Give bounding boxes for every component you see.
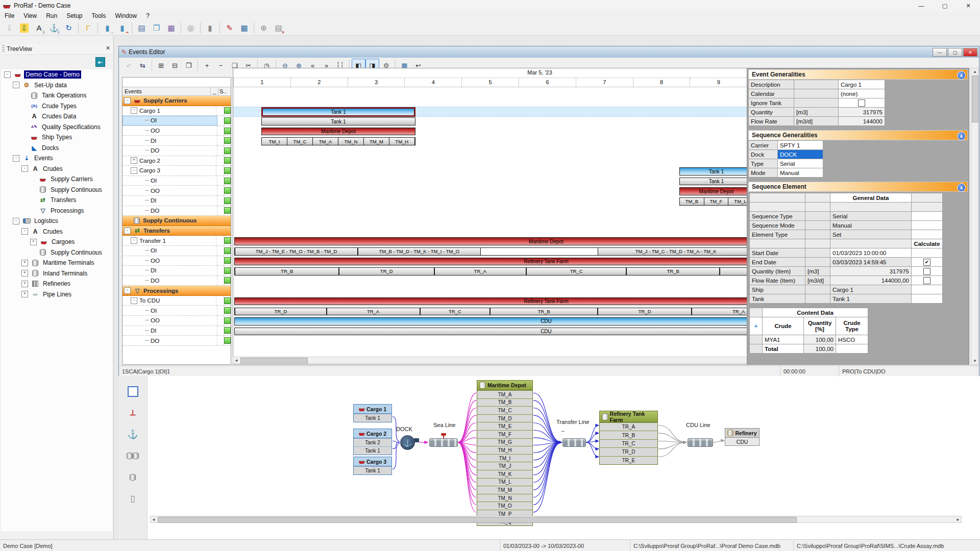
- status-ok-indicator[interactable]: [224, 317, 231, 324]
- collapse-section-icon[interactable]: ∧: [957, 183, 966, 192]
- event-row-transfer-1[interactable]: -Transfer 1: [122, 236, 231, 246]
- tree-item-cargoes[interactable]: +Cargoes: [1, 237, 112, 247]
- segment-tm-n[interactable]: TM_N: [338, 138, 364, 145]
- tank-row-tm-b[interactable]: TM_B: [477, 398, 532, 407]
- menu-file[interactable]: File: [0, 12, 19, 20]
- tank-row-tr-d[interactable]: TR_D: [600, 447, 657, 456]
- transfer-line-pipe[interactable]: [562, 438, 586, 447]
- tree-expander-icon[interactable]: +: [21, 260, 28, 266]
- editor-restore-button[interactable]: ▢: [948, 48, 962, 57]
- status-ok-indicator[interactable]: [224, 327, 231, 334]
- field-value[interactable]: Tank 1: [830, 294, 912, 304]
- gantt-bar-segments[interactable]: TM_ITM_CTM_ATM_NTM_MTM_H: [261, 137, 415, 145]
- update-clock-button[interactable]: ↻: [61, 21, 76, 35]
- remove-sequence-button[interactable]: −: [214, 59, 228, 72]
- event-row-do[interactable]: DO: [122, 336, 231, 346]
- tree-item-events[interactable]: -⇣Events: [1, 153, 112, 164]
- quantity-cell[interactable]: 100,00: [804, 335, 836, 344]
- tank-row-tm-a[interactable]: TM_A: [477, 390, 532, 398]
- gantt-bar-maritime-depot[interactable]: Maritime Depot: [261, 128, 415, 136]
- crude-type-cell[interactable]: HSCO: [836, 335, 868, 344]
- tree-expander-icon[interactable]: -: [21, 165, 28, 172]
- events-editor-titlebar[interactable]: ✎ Events Editor — ▢ ✕: [119, 46, 979, 58]
- calc-cell[interactable]: [912, 267, 943, 276]
- segment-tr-d[interactable]: TR_D: [235, 308, 326, 315]
- status-ok-indicator[interactable]: [224, 157, 231, 164]
- tank-row-tm-g[interactable]: TM_G: [477, 438, 532, 446]
- status-ok-indicator[interactable]: [224, 107, 231, 114]
- tree-item-refineries[interactable]: +Refineries: [1, 279, 112, 289]
- tree-expander-icon[interactable]: +: [21, 281, 28, 287]
- tree-item-docks[interactable]: ◣Docks: [1, 143, 112, 154]
- add-sequence-button[interactable]: +: [200, 59, 214, 72]
- event-row-oi[interactable]: OI: [122, 176, 231, 186]
- status-ok-indicator[interactable]: [224, 187, 231, 194]
- copy-database-button[interactable]: ▮→: [100, 21, 115, 35]
- field-value[interactable]: 144000,00: [830, 276, 912, 285]
- status-ok-indicator[interactable]: [224, 277, 231, 284]
- event-row-cargo-1[interactable]: -Cargo 1: [122, 106, 231, 116]
- crude-cell[interactable]: MYA1: [763, 335, 804, 344]
- group-expander-icon[interactable]: -: [124, 97, 131, 104]
- import-crudes-button[interactable]: A⇩: [32, 21, 46, 35]
- refinery-tank-farm-table[interactable]: Refinery Tank FarmTR_ATR_BTR_CTR_DTR_E: [599, 411, 658, 465]
- segment-tm-f[interactable]: TM_F: [704, 198, 729, 205]
- field-value[interactable]: Set: [830, 230, 912, 239]
- grid-editor-button[interactable]: ▦: [237, 21, 252, 35]
- tank-row-tm-k[interactable]: TM_K: [477, 470, 532, 478]
- event-row-oo[interactable]: OO: [122, 126, 231, 136]
- tree-item-crude-types[interactable]: {A}Crude Types: [1, 101, 112, 112]
- sequence-generalities-header[interactable]: Sequence Generalities ∧: [748, 130, 968, 140]
- tank-row-tr-c[interactable]: TR_C: [600, 439, 657, 447]
- segment-tr-b[interactable]: TR_B: [235, 268, 339, 275]
- event-row-do[interactable]: DO: [122, 206, 231, 216]
- collapse-section-icon[interactable]: ∧: [957, 71, 966, 80]
- tree-item-demo-case-demo[interactable]: -Demo Case - Demo: [1, 69, 112, 80]
- events-editor-button[interactable]: ✎: [222, 21, 237, 35]
- tank-row-tm-f[interactable]: TM_F: [477, 430, 532, 438]
- tank-row-tm-e[interactable]: TM_E: [477, 422, 532, 430]
- tree-item-supply-carriers[interactable]: Supply Carriers: [1, 174, 112, 185]
- field-value[interactable]: DOCK: [778, 150, 823, 159]
- event-group-processings[interactable]: -▽Processings: [122, 286, 231, 296]
- crane-button[interactable]: Γ: [81, 21, 95, 35]
- gantt-bar-segments[interactable]: TM_BTM_FTM_L: [679, 197, 753, 206]
- event-row-do[interactable]: DO: [122, 146, 231, 156]
- tree-item-quality-specifications[interactable]: A✎Quality Specifications: [1, 122, 112, 133]
- treeview-collapse-button[interactable]: ⇤: [95, 57, 105, 67]
- calc-cell[interactable]: [912, 294, 943, 304]
- calc-cell[interactable]: [912, 221, 943, 230]
- tree-item-processings[interactable]: ▽Processings: [1, 206, 112, 216]
- event-row-cargo-2[interactable]: +Cargo 2: [122, 156, 231, 166]
- event-generalities-header[interactable]: Event Generalities ∧: [748, 69, 968, 80]
- segment-tm-c[interactable]: TM_C: [287, 138, 313, 145]
- tree-expander-icon[interactable]: +: [21, 270, 28, 277]
- status-ok-indicator[interactable]: [224, 307, 231, 314]
- event-row-oi[interactable]: OI: [122, 116, 231, 126]
- gantt-bar-tank-1[interactable]: Tank 1: [679, 167, 753, 176]
- cargo-tank-tank-1[interactable]: Tank 1: [354, 466, 391, 474]
- segment-tr-b[interactable]: TR_B: [626, 268, 720, 275]
- event-row-di[interactable]: DI: [122, 326, 231, 336]
- item-expander-icon[interactable]: -: [131, 297, 137, 304]
- tree-item-crudes-data[interactable]: ACrudes Data: [1, 111, 112, 122]
- tree-expander-icon[interactable]: -: [21, 228, 28, 235]
- field-value[interactable]: Manual: [830, 221, 912, 230]
- tree-item-ship-types[interactable]: Ship Types: [1, 132, 112, 143]
- status-column-header[interactable]: S..: [218, 87, 231, 95]
- tree-item-tank-operations[interactable]: Tank Operations: [1, 90, 112, 101]
- item-expander-icon[interactable]: -: [131, 237, 137, 244]
- segment-tm-j-tm-e-tm-o-tm-b-tm-d[interactable]: TM_J - TM_E - TM_O - TM_B - TM_D: [235, 248, 357, 255]
- field-value[interactable]: (none): [839, 89, 885, 98]
- event-row-oo[interactable]: OO: [122, 186, 231, 196]
- tree-item-supply-continuous[interactable]: Supply Continuous: [1, 185, 112, 195]
- segment-tm-j-tm-c-tm-d-tm-a-tm-k[interactable]: TM_J - TM_C - TM_D - TM_A - TM_K: [598, 248, 754, 255]
- event-row-cargo-3[interactable]: -Cargo 3: [122, 166, 231, 176]
- tree-item-supply-continuous[interactable]: Supply Continuous: [1, 247, 112, 258]
- tree-expander-icon[interactable]: +: [21, 291, 28, 297]
- segment-tr-a[interactable]: TR_A: [327, 308, 420, 315]
- field-value[interactable]: Serial: [778, 159, 823, 168]
- status-ok-indicator[interactable]: [224, 267, 231, 274]
- treeview-grip[interactable]: [2, 45, 5, 53]
- status-ok-indicator[interactable]: [224, 297, 231, 304]
